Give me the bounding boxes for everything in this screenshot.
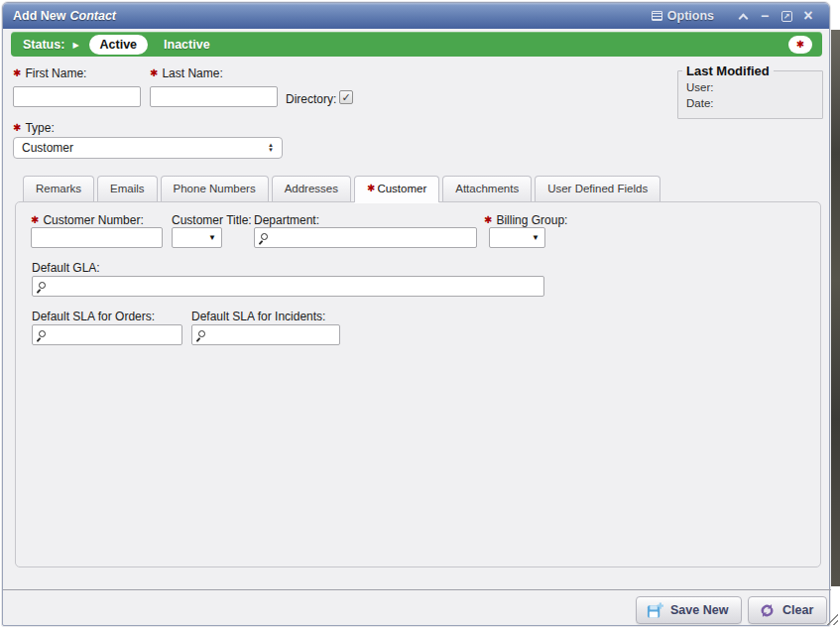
default-gla-label: Default GLA:	[32, 261, 100, 275]
required-icon: ✱	[13, 67, 21, 78]
tab-customer[interactable]: ✱Customer	[354, 176, 439, 202]
customer-number-input[interactable]	[31, 227, 163, 248]
default-sla-orders-label: Default SLA for Orders:	[32, 310, 155, 323]
page-backdrop	[831, 30, 840, 586]
check-icon: ✓	[341, 91, 350, 104]
popout-icon: ↗	[781, 11, 792, 22]
clear-button[interactable]: Clear	[748, 596, 827, 624]
tab-attachments[interactable]: Attachments	[442, 176, 532, 201]
department-lookup[interactable]	[254, 227, 477, 248]
default-sla-orders-lookup[interactable]	[32, 324, 182, 345]
directory-checkbox[interactable]: ✓	[339, 90, 353, 104]
dropdown-arrow-icon: ▼	[208, 233, 216, 242]
dialog-titlebar: Add NewContact Options − ↗ ×	[3, 3, 829, 29]
directory-label: Directory:	[286, 92, 336, 106]
default-sla-incidents-input[interactable]	[192, 326, 339, 345]
refresh-icon	[759, 602, 776, 619]
tab-emails[interactable]: Emails	[97, 176, 158, 201]
department-input[interactable]	[255, 229, 476, 248]
options-button[interactable]: Options	[652, 9, 714, 23]
status-label: Status:	[23, 38, 64, 52]
first-name-input[interactable]	[13, 86, 141, 107]
tab-remarks[interactable]: Remarks	[23, 176, 94, 201]
close-icon: ×	[803, 9, 812, 23]
status-option-active[interactable]: Active	[89, 35, 149, 55]
first-name-label: ✱First Name:	[13, 66, 86, 80]
default-sla-incidents-lookup[interactable]	[191, 324, 340, 345]
close-button[interactable]: ×	[797, 7, 819, 25]
collapse-button[interactable]	[732, 7, 754, 25]
add-new-contact-dialog: Add NewContact Options − ↗ × Status: ▶ A…	[2, 2, 830, 626]
required-fields-button[interactable]: ✱	[788, 36, 812, 54]
search-icon	[198, 330, 205, 337]
required-asterisk-icon: ✱	[796, 39, 804, 50]
search-icon	[39, 330, 46, 337]
required-icon: ✱	[31, 214, 39, 225]
footer-divider	[3, 589, 831, 590]
customer-number-label: ✱Customer Number:	[31, 213, 144, 227]
required-icon: ✱	[484, 214, 492, 225]
customer-title-select[interactable]: ▼	[172, 227, 222, 248]
last-name-input[interactable]	[150, 86, 278, 107]
last-name-label: ✱Last Name:	[150, 66, 223, 80]
last-modified-group: Last Modified User: Date:	[677, 63, 823, 119]
type-select[interactable]: Customer ▲▼	[13, 137, 283, 159]
minimize-button[interactable]: −	[754, 7, 776, 25]
options-list-icon	[652, 11, 662, 21]
last-modified-title: Last Modified	[682, 63, 774, 78]
customer-tab-panel	[15, 201, 821, 567]
dropdown-arrow-icon: ▼	[532, 233, 540, 242]
default-sla-incidents-label: Default SLA for Incidents:	[191, 310, 325, 323]
save-disk-icon	[647, 602, 663, 619]
default-sla-orders-input[interactable]	[33, 326, 181, 345]
tab-strip: Remarks Emails Phone Numbers Addresses ✱…	[23, 176, 663, 202]
default-gla-input[interactable]	[33, 278, 543, 297]
search-icon	[39, 282, 46, 289]
status-bar: Status: ▶ Active Inactive ✱	[11, 32, 822, 57]
required-icon: ✱	[367, 183, 375, 193]
type-select-value: Customer	[22, 141, 73, 155]
status-arrow-icon: ▶	[72, 41, 78, 50]
status-option-inactive[interactable]: Inactive	[164, 38, 210, 52]
popout-button[interactable]: ↗	[776, 7, 797, 25]
tab-phone-numbers[interactable]: Phone Numbers	[161, 176, 269, 201]
default-gla-lookup[interactable]	[32, 276, 544, 297]
customer-title-label: Customer Title:	[172, 213, 252, 227]
required-icon: ✱	[150, 67, 158, 78]
billing-group-label: ✱Billing Group:	[484, 213, 567, 227]
chevron-up-icon	[738, 13, 748, 23]
last-modified-user-label: User:	[686, 79, 814, 95]
dialog-title: Add NewContact	[13, 9, 116, 23]
search-icon	[261, 233, 268, 240]
billing-group-select[interactable]: ▼	[489, 227, 545, 248]
tab-user-defined-fields[interactable]: User Defined Fields	[535, 176, 660, 201]
tab-addresses[interactable]: Addresses	[272, 176, 351, 201]
last-modified-date-label: Date:	[686, 95, 814, 111]
type-label: ✱Type:	[13, 121, 55, 135]
spinner-arrows-icon: ▲▼	[268, 143, 274, 153]
save-new-button[interactable]: Save New	[636, 596, 742, 624]
minimize-icon: −	[761, 11, 769, 21]
department-label: Department:	[254, 213, 319, 227]
required-icon: ✱	[13, 122, 21, 133]
